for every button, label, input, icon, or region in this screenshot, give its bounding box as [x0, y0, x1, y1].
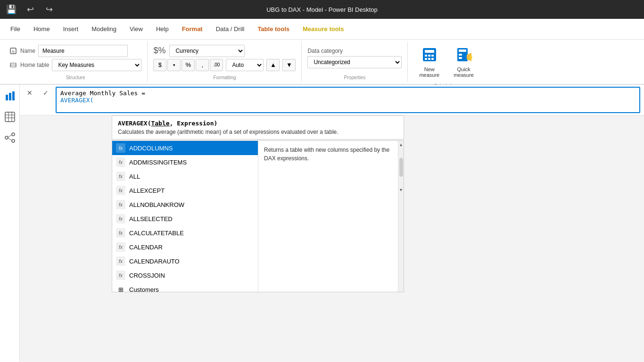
autocomplete-scrollbar: ▲ ▼	[398, 141, 404, 292]
sidebar-report-view[interactable]	[2, 89, 17, 104]
sidebar-table-view[interactable]	[2, 109, 17, 124]
formula-line1: Average Monthly Sales =	[60, 90, 636, 97]
menu-table-tools[interactable]: Table tools	[251, 22, 296, 36]
format-buttons-group: $ ▾ % , .00	[153, 59, 223, 71]
increment-btn[interactable]: ▲	[266, 59, 280, 71]
autocomplete-item-calendarauto[interactable]: fxCALENDARAUTO	[112, 254, 258, 268]
undo-icon[interactable]: ↩	[23, 2, 38, 17]
ribbon-structure-content: N Name Home table Key Measures	[9, 43, 141, 72]
menu-help[interactable]: Help	[149, 22, 175, 36]
menu-measure-tools[interactable]: Measure tools	[296, 22, 350, 36]
structure-label: Structure	[9, 74, 141, 80]
decimal-btn[interactable]: .00	[210, 59, 223, 71]
autocomplete-item-label: CROSSJOIN	[129, 272, 165, 279]
formula-editor[interactable]: Average Monthly Sales = AVERAGEX(	[56, 87, 640, 113]
ribbon-formatting-content: $% Currency $ ▾ % , .00 Auto	[153, 43, 296, 72]
svg-rect-13	[459, 57, 462, 59]
fx-icon: fx	[116, 186, 125, 195]
autocomplete-item-addcolumns[interactable]: fxADDCOLUMNS	[112, 141, 258, 155]
autocomplete-item-calendar[interactable]: fxCALENDAR	[112, 240, 258, 254]
currency-row: $% Currency	[153, 45, 296, 57]
sidebar-model-view[interactable]	[2, 130, 17, 145]
fx-icon: fx	[116, 228, 125, 238]
autocomplete-item-label: ALL	[129, 173, 140, 180]
svg-rect-3	[425, 50, 434, 53]
fx-icon: fx	[116, 200, 125, 209]
formula-line2: AVERAGEX(	[60, 97, 636, 104]
svg-point-25	[12, 133, 15, 136]
save-icon[interactable]: 💾	[4, 2, 19, 17]
name-input[interactable]	[38, 45, 128, 57]
autocomplete-item-allselected[interactable]: fxALLSELECTED	[112, 212, 258, 226]
func-description: Calculates the average (arithmetic mean)…	[118, 129, 398, 135]
dropdown-btn[interactable]: ▾	[167, 59, 181, 71]
autocomplete-item-customers[interactable]: ⊞Customers	[112, 282, 258, 292]
ribbon-calculations-content: Newmeasure ⚡ Quickmeasure	[413, 43, 479, 81]
autocomplete-item-allnoblankrow[interactable]: fxALLNOBLANKROW	[112, 197, 258, 212]
menu-insert[interactable]: Insert	[57, 22, 85, 36]
cancel-formula-btn[interactable]: ✕	[24, 87, 36, 99]
menu-modeling[interactable]: Modeling	[85, 22, 123, 36]
fx-icon: fx	[116, 172, 125, 181]
dollar-btn[interactable]: $	[153, 59, 166, 71]
autocomplete-item-crossjoin[interactable]: fxCROSSJOIN	[112, 268, 258, 282]
ribbon-structure: N Name Home table Key Measures Structure	[4, 41, 148, 82]
home-table-label: Home table	[9, 61, 49, 69]
svg-rect-8	[428, 58, 430, 60]
scroll-down[interactable]: ▼	[397, 186, 405, 194]
autocomplete-item-all[interactable]: fxALL	[112, 169, 258, 183]
menu-home[interactable]: Home	[27, 22, 57, 36]
svg-rect-18	[12, 91, 15, 100]
new-measure-btn[interactable]: Newmeasure	[413, 43, 445, 81]
ribbon-formatting: $% Currency $ ▾ % , .00 Auto	[148, 41, 302, 82]
redo-icon[interactable]: ↪	[41, 2, 57, 17]
formula-bar: ✕ ✓ Average Monthly Sales = AVERAGEX(	[20, 85, 644, 115]
ribbon-properties-content: Data category Uncategorized	[307, 43, 402, 72]
home-table-select[interactable]: Key Measures	[52, 59, 141, 71]
autocomplete-item-label: ADDCOLUMNS	[129, 145, 173, 152]
menu-file[interactable]: File	[4, 22, 27, 36]
func-params: (Table, Expression)	[148, 120, 218, 127]
autocomplete-tooltip: AVERAGEX(Table, Expression) Calculates t…	[112, 115, 404, 140]
data-category-select[interactable]: Uncategorized	[307, 56, 402, 68]
title-bar: 💾 ↩ ↪ UBG to DAX - Model - Power BI Desk…	[0, 0, 644, 19]
fx-icon: fx	[116, 271, 125, 280]
autocomplete-description: Returns a table with new columns specifi…	[258, 141, 398, 292]
data-category-row: Data category	[307, 48, 402, 54]
percent-btn[interactable]: %	[182, 59, 195, 71]
fx-icon: fx	[116, 214, 125, 223]
quick-measure-label: Quickmeasure	[454, 66, 474, 78]
properties-fields: Data category Uncategorized	[307, 48, 402, 68]
decrement-btn[interactable]: ▼	[282, 59, 296, 71]
format-buttons-row: $ ▾ % , .00 Auto ▲ ▼	[153, 59, 296, 71]
ribbon-properties: Data category Uncategorized Properties	[302, 41, 408, 82]
autocomplete-item-addmissingitems[interactable]: fxADDMISSINGITEMS	[112, 155, 258, 169]
data-category-select-row: Uncategorized	[307, 56, 402, 68]
svg-point-26	[12, 140, 15, 142]
autocomplete-item-label: Customers	[129, 286, 159, 292]
auto-select[interactable]: Auto	[226, 59, 264, 71]
autocomplete-item-label: ADDMISSINGITEMS	[129, 159, 187, 166]
svg-rect-17	[9, 93, 11, 100]
menu-format[interactable]: Format	[175, 22, 209, 36]
scroll-up[interactable]: ▲	[397, 141, 405, 148]
autocomplete-item-calculatetable[interactable]: fxCALCULATETABLE	[112, 226, 258, 240]
autocomplete-item-allexcept[interactable]: fxALLEXCEPT	[112, 183, 258, 197]
ribbon-calculations: Newmeasure ⚡ Quickmeasure Calculations	[408, 41, 485, 82]
quick-measure-icon: ⚡	[455, 46, 472, 66]
svg-rect-6	[431, 55, 434, 57]
svg-line-28	[8, 138, 12, 140]
svg-point-24	[5, 136, 8, 139]
currency-select[interactable]: Currency	[169, 45, 245, 57]
left-content: ✕ ✓ Average Monthly Sales = AVERAGEX( AV…	[20, 85, 644, 362]
menu-view[interactable]: View	[123, 22, 149, 36]
scroll-thumb[interactable]	[399, 158, 403, 177]
menu-data-drill[interactable]: Data / Drill	[209, 22, 251, 36]
title-bar-left: 💾 ↩ ↪	[4, 2, 57, 17]
comma-btn[interactable]: ,	[196, 59, 209, 71]
quick-measure-btn[interactable]: ⚡ Quickmeasure	[448, 43, 479, 81]
confirm-formula-btn[interactable]: ✓	[40, 87, 52, 99]
calculator-icon	[421, 46, 438, 66]
svg-rect-11	[459, 49, 466, 52]
autocomplete-item-label: ALLEXCEPT	[129, 187, 165, 194]
